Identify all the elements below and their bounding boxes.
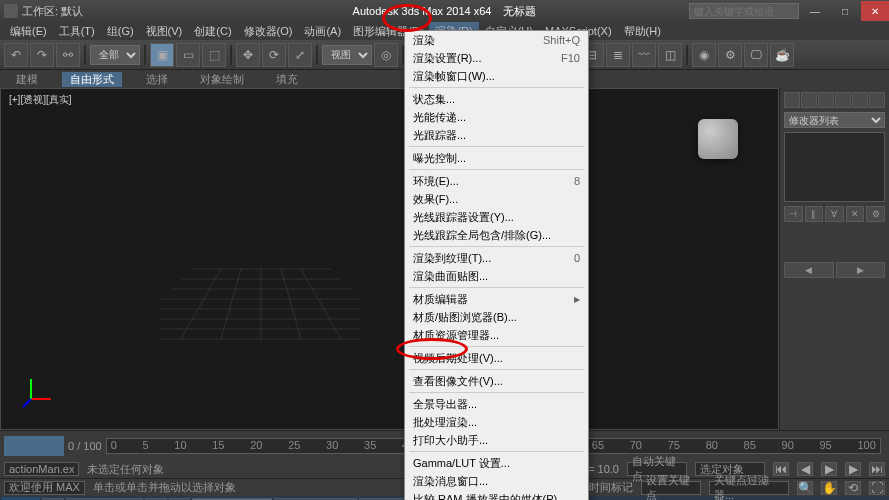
- menu-item-28[interactable]: 打印大小助手...: [405, 431, 588, 449]
- menu-item-1[interactable]: 渲染设置(R)...F10: [405, 49, 588, 67]
- menu-item-24[interactable]: 查看图像文件(V)...: [405, 372, 588, 390]
- panel-next-icon[interactable]: ▶: [836, 262, 886, 278]
- select-rect-button[interactable]: ▭: [176, 43, 200, 67]
- nav-max-icon[interactable]: ⛶: [869, 481, 885, 495]
- key-filter-button[interactable]: 关键点过滤器...: [709, 481, 789, 495]
- menu-item-19[interactable]: 材质/贴图浏览器(B)...: [405, 308, 588, 326]
- selection-filter[interactable]: 全部: [90, 45, 140, 65]
- menu-item-13[interactable]: 光线跟踪全局包含/排除(G)...: [405, 226, 588, 244]
- menu-item-12[interactable]: 光线跟踪器设置(Y)...: [405, 208, 588, 226]
- nav-zoom-icon[interactable]: 🔍: [797, 481, 813, 495]
- menu-item-22[interactable]: 视频后期处理(V)...: [405, 349, 588, 367]
- frame-range: 0 / 100: [68, 440, 102, 452]
- modifier-list[interactable]: 修改器列表: [784, 112, 885, 128]
- render-button[interactable]: ☕: [770, 43, 794, 67]
- subbar-3[interactable]: 对象绘制: [192, 72, 252, 87]
- schematic-button[interactable]: ◫: [658, 43, 682, 67]
- material-button[interactable]: ◉: [692, 43, 716, 67]
- subbar-1[interactable]: 自由形式: [62, 72, 122, 87]
- subbar-4[interactable]: 填充: [268, 72, 306, 87]
- menu-11[interactable]: 帮助(H): [618, 22, 667, 40]
- create-tab[interactable]: [784, 92, 800, 108]
- play-end-icon[interactable]: ⏭: [869, 462, 885, 476]
- menu-item-15[interactable]: 渲染到纹理(T)...0: [405, 249, 588, 267]
- menu-6[interactable]: 动画(A): [298, 22, 347, 40]
- rotate-button[interactable]: ⟳: [262, 43, 286, 67]
- subbar-2[interactable]: 选择: [138, 72, 176, 87]
- menu-item-0[interactable]: 渲染Shift+Q: [405, 31, 588, 49]
- axis-gizmo: [21, 369, 61, 409]
- layer-button[interactable]: ≣: [606, 43, 630, 67]
- motion-tab[interactable]: [835, 92, 851, 108]
- select-window-button[interactable]: ⬚: [202, 43, 226, 67]
- pivot-button[interactable]: ◎: [374, 43, 398, 67]
- menu-2[interactable]: 组(G): [101, 22, 140, 40]
- panel-prev-icon[interactable]: ◀: [784, 262, 834, 278]
- maximize-button[interactable]: □: [831, 1, 859, 21]
- menu-1[interactable]: 工具(T): [53, 22, 101, 40]
- menu-item-6[interactable]: 光跟踪器...: [405, 126, 588, 144]
- unique-button[interactable]: ∀: [825, 206, 844, 222]
- time-slider-thumb[interactable]: [4, 436, 64, 456]
- perspective-grid: [161, 239, 361, 359]
- menu-item-4[interactable]: 状态集...: [405, 90, 588, 108]
- move-button[interactable]: ✥: [236, 43, 260, 67]
- redo-button[interactable]: ↷: [30, 43, 54, 67]
- titlebar: 工作区: 默认 Autodesk 3ds Max 2014 x64 无标题 — …: [0, 0, 889, 22]
- hierarchy-tab[interactable]: [818, 92, 834, 108]
- menu-item-5[interactable]: 光能传递...: [405, 108, 588, 126]
- play-icon[interactable]: ▶: [821, 462, 837, 476]
- menu-0[interactable]: 编辑(E): [4, 22, 53, 40]
- curve-editor-button[interactable]: 〰: [632, 43, 656, 67]
- svg-line-11: [181, 269, 221, 339]
- coord-system[interactable]: 视图: [322, 45, 372, 65]
- menu-item-2[interactable]: 渲染帧窗口(W)...: [405, 67, 588, 85]
- close-button[interactable]: ✕: [861, 1, 889, 21]
- menu-item-31[interactable]: 渲染消息窗口...: [405, 472, 588, 490]
- subbar-0[interactable]: 建模: [8, 72, 46, 87]
- viewport[interactable]: [+][透视][真实]: [0, 88, 779, 430]
- viewcube[interactable]: [698, 119, 738, 159]
- menu-item-30[interactable]: Gamma/LUT 设置...: [405, 454, 588, 472]
- scale-button[interactable]: ⤢: [288, 43, 312, 67]
- menu-item-10[interactable]: 环境(E)...8: [405, 172, 588, 190]
- configure-button[interactable]: ⚙: [866, 206, 885, 222]
- menu-4[interactable]: 创建(C): [188, 22, 237, 40]
- nav-pan-icon[interactable]: ✋: [821, 481, 837, 495]
- play-next-icon[interactable]: ▶: [845, 462, 861, 476]
- menu-item-18[interactable]: 材质编辑器▶: [405, 290, 588, 308]
- set-key-button[interactable]: 设置关键点: [641, 481, 701, 495]
- menu-item-8[interactable]: 曝光控制...: [405, 149, 588, 167]
- render-frame-button[interactable]: 🖵: [744, 43, 768, 67]
- nav-orbit-icon[interactable]: ⟲: [845, 481, 861, 495]
- menu-item-16[interactable]: 渲染曲面贴图...: [405, 267, 588, 285]
- menu-3[interactable]: 视图(V): [140, 22, 189, 40]
- utilities-tab[interactable]: [869, 92, 885, 108]
- menu-5[interactable]: 修改器(O): [238, 22, 299, 40]
- modify-tab[interactable]: [801, 92, 817, 108]
- render-menu: 渲染Shift+Q渲染设置(R)...F10渲染帧窗口(W)...状态集...光…: [404, 30, 589, 500]
- undo-button[interactable]: ↶: [4, 43, 28, 67]
- menu-item-26[interactable]: 全景导出器...: [405, 395, 588, 413]
- menu-item-32[interactable]: 比较 RAM 播放器中的媒体(P)...: [405, 490, 588, 500]
- menu-item-11[interactable]: 效果(F)...: [405, 190, 588, 208]
- viewport-label[interactable]: [+][透视][真实]: [9, 93, 72, 107]
- select-button[interactable]: ▣: [150, 43, 174, 67]
- minimize-button[interactable]: —: [801, 1, 829, 21]
- remove-button[interactable]: ✕: [846, 206, 865, 222]
- menu-item-20[interactable]: 材质资源管理器...: [405, 326, 588, 344]
- doc-title: 无标题: [503, 4, 536, 19]
- action-field: actionMan.ex: [4, 462, 79, 476]
- pin-stack-button[interactable]: ⊣: [784, 206, 803, 222]
- svg-line-15: [23, 399, 31, 407]
- render-setup-button[interactable]: ⚙: [718, 43, 742, 67]
- show-result-button[interactable]: ∥: [805, 206, 824, 222]
- app-title: Autodesk 3ds Max 2014 x64: [353, 5, 492, 17]
- search-input[interactable]: [689, 3, 799, 19]
- play-prev-icon[interactable]: ◀: [797, 462, 813, 476]
- display-tab[interactable]: [852, 92, 868, 108]
- link-button[interactable]: ⚯: [56, 43, 80, 67]
- modifier-stack[interactable]: [784, 132, 885, 202]
- welcome-label: 欢迎使用 MAX: [4, 481, 85, 495]
- menu-item-27[interactable]: 批处理渲染...: [405, 413, 588, 431]
